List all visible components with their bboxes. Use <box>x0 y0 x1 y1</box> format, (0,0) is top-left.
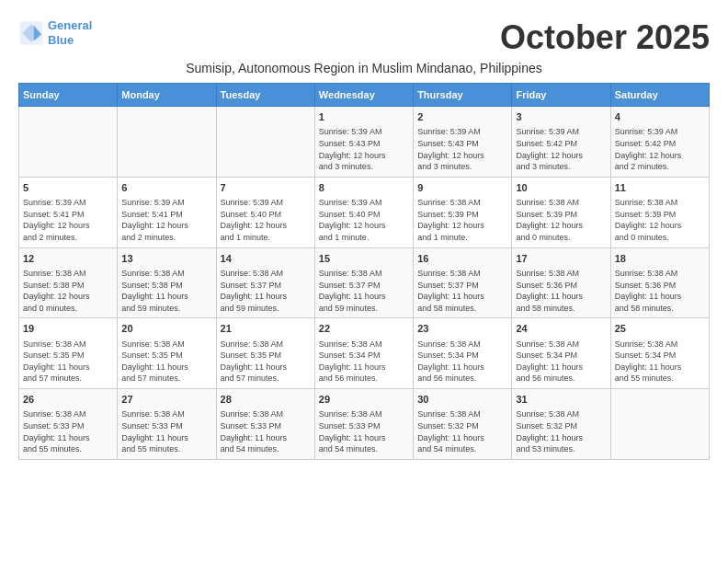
day-number: 2 <box>417 110 507 124</box>
calendar-cell: 23Sunrise: 5:38 AMSunset: 5:34 PMDayligh… <box>414 318 512 389</box>
calendar-cell: 6Sunrise: 5:39 AMSunset: 5:41 PMDaylight… <box>118 177 216 247</box>
subtitle: Sumisip, Autonomous Region in Muslim Min… <box>18 61 710 75</box>
logo-text: General Blue <box>48 18 92 47</box>
calendar-cell <box>610 389 709 460</box>
calendar-cell: 8Sunrise: 5:39 AMSunset: 5:40 PMDaylight… <box>314 177 413 247</box>
calendar-cell: 26Sunrise: 5:38 AMSunset: 5:33 PMDayligh… <box>19 389 118 460</box>
day-number: 31 <box>516 393 606 407</box>
calendar-cell: 3Sunrise: 5:39 AMSunset: 5:42 PMDaylight… <box>512 107 610 178</box>
day-number: 20 <box>121 322 211 336</box>
calendar-cell: 1Sunrise: 5:39 AMSunset: 5:43 PMDaylight… <box>314 107 413 178</box>
day-info: Sunrise: 5:38 AMSunset: 5:38 PMDaylight:… <box>121 268 211 314</box>
calendar-cell: 20Sunrise: 5:38 AMSunset: 5:35 PMDayligh… <box>118 318 216 389</box>
day-number: 25 <box>615 322 705 336</box>
day-number: 30 <box>417 393 507 407</box>
day-info: Sunrise: 5:38 AMSunset: 5:36 PMDaylight:… <box>516 268 606 314</box>
day-number: 22 <box>319 322 409 336</box>
day-number: 1 <box>319 110 409 124</box>
calendar-cell: 4Sunrise: 5:39 AMSunset: 5:42 PMDaylight… <box>610 107 709 178</box>
day-info: Sunrise: 5:38 AMSunset: 5:34 PMDaylight:… <box>417 339 507 385</box>
logo-icon <box>18 20 44 46</box>
day-number: 29 <box>319 393 409 407</box>
header-day-friday: Friday <box>512 84 610 107</box>
day-number: 18 <box>615 252 705 266</box>
day-info: Sunrise: 5:38 AMSunset: 5:37 PMDaylight:… <box>221 268 311 314</box>
day-info: Sunrise: 5:38 AMSunset: 5:35 PMDaylight:… <box>121 339 211 385</box>
calendar-cell: 31Sunrise: 5:38 AMSunset: 5:32 PMDayligh… <box>512 389 610 460</box>
day-number: 13 <box>121 252 211 266</box>
calendar-header: SundayMondayTuesdayWednesdayThursdayFrid… <box>19 84 710 107</box>
day-info: Sunrise: 5:39 AMSunset: 5:41 PMDaylight:… <box>121 197 211 243</box>
calendar-table: SundayMondayTuesdayWednesdayThursdayFrid… <box>18 83 710 460</box>
calendar-cell: 12Sunrise: 5:38 AMSunset: 5:38 PMDayligh… <box>19 247 118 318</box>
calendar-cell: 22Sunrise: 5:38 AMSunset: 5:34 PMDayligh… <box>314 318 413 389</box>
calendar-cell: 24Sunrise: 5:38 AMSunset: 5:34 PMDayligh… <box>512 318 610 389</box>
day-info: Sunrise: 5:39 AMSunset: 5:43 PMDaylight:… <box>319 126 409 172</box>
calendar-cell: 11Sunrise: 5:38 AMSunset: 5:39 PMDayligh… <box>610 177 709 247</box>
header-day-thursday: Thursday <box>414 84 512 107</box>
calendar-cell <box>19 107 118 178</box>
day-number: 17 <box>516 252 606 266</box>
day-number: 6 <box>121 181 211 195</box>
header-day-tuesday: Tuesday <box>216 84 314 107</box>
day-number: 16 <box>417 252 507 266</box>
day-info: Sunrise: 5:38 AMSunset: 5:36 PMDaylight:… <box>615 268 705 314</box>
week-row-5: 26Sunrise: 5:38 AMSunset: 5:33 PMDayligh… <box>19 389 710 460</box>
calendar-cell <box>118 107 216 178</box>
day-number: 14 <box>221 252 311 266</box>
day-info: Sunrise: 5:38 AMSunset: 5:39 PMDaylight:… <box>417 197 507 243</box>
logo: General Blue <box>18 18 92 47</box>
calendar-cell <box>216 107 314 178</box>
day-info: Sunrise: 5:39 AMSunset: 5:42 PMDaylight:… <box>516 126 606 172</box>
day-number: 26 <box>23 393 113 407</box>
day-number: 27 <box>121 393 211 407</box>
header-day-wednesday: Wednesday <box>314 84 413 107</box>
day-number: 7 <box>221 181 311 195</box>
day-number: 9 <box>417 181 507 195</box>
calendar-cell: 30Sunrise: 5:38 AMSunset: 5:32 PMDayligh… <box>414 389 512 460</box>
day-info: Sunrise: 5:38 AMSunset: 5:32 PMDaylight:… <box>417 408 507 454</box>
day-info: Sunrise: 5:38 AMSunset: 5:39 PMDaylight:… <box>516 197 606 243</box>
calendar-cell: 2Sunrise: 5:39 AMSunset: 5:43 PMDaylight… <box>414 107 512 178</box>
day-number: 8 <box>319 181 409 195</box>
day-info: Sunrise: 5:38 AMSunset: 5:34 PMDaylight:… <box>319 339 409 385</box>
week-row-3: 12Sunrise: 5:38 AMSunset: 5:38 PMDayligh… <box>19 247 710 318</box>
calendar-cell: 7Sunrise: 5:39 AMSunset: 5:40 PMDaylight… <box>216 177 314 247</box>
calendar-cell: 13Sunrise: 5:38 AMSunset: 5:38 PMDayligh… <box>118 247 216 318</box>
calendar-cell: 5Sunrise: 5:39 AMSunset: 5:41 PMDaylight… <box>19 177 118 247</box>
day-number: 10 <box>516 181 606 195</box>
day-info: Sunrise: 5:38 AMSunset: 5:34 PMDaylight:… <box>516 339 606 385</box>
day-number: 28 <box>221 393 311 407</box>
day-number: 12 <box>23 252 113 266</box>
calendar-cell: 10Sunrise: 5:38 AMSunset: 5:39 PMDayligh… <box>512 177 610 247</box>
week-row-4: 19Sunrise: 5:38 AMSunset: 5:35 PMDayligh… <box>19 318 710 389</box>
header-row: SundayMondayTuesdayWednesdayThursdayFrid… <box>19 84 710 107</box>
week-row-2: 5Sunrise: 5:39 AMSunset: 5:41 PMDaylight… <box>19 177 710 247</box>
calendar-cell: 29Sunrise: 5:38 AMSunset: 5:33 PMDayligh… <box>314 389 413 460</box>
day-info: Sunrise: 5:39 AMSunset: 5:43 PMDaylight:… <box>417 126 507 172</box>
day-info: Sunrise: 5:39 AMSunset: 5:40 PMDaylight:… <box>221 197 311 243</box>
calendar-body: 1Sunrise: 5:39 AMSunset: 5:43 PMDaylight… <box>19 107 710 460</box>
logo-line1: General <box>48 18 92 32</box>
day-info: Sunrise: 5:38 AMSunset: 5:33 PMDaylight:… <box>319 408 409 454</box>
day-info: Sunrise: 5:38 AMSunset: 5:37 PMDaylight:… <box>417 268 507 314</box>
calendar-cell: 14Sunrise: 5:38 AMSunset: 5:37 PMDayligh… <box>216 247 314 318</box>
day-info: Sunrise: 5:39 AMSunset: 5:42 PMDaylight:… <box>615 126 705 172</box>
calendar-cell: 18Sunrise: 5:38 AMSunset: 5:36 PMDayligh… <box>610 247 709 318</box>
day-info: Sunrise: 5:38 AMSunset: 5:37 PMDaylight:… <box>319 268 409 314</box>
day-info: Sunrise: 5:38 AMSunset: 5:35 PMDaylight:… <box>23 339 113 385</box>
calendar-cell: 25Sunrise: 5:38 AMSunset: 5:34 PMDayligh… <box>610 318 709 389</box>
day-info: Sunrise: 5:38 AMSunset: 5:34 PMDaylight:… <box>615 339 705 385</box>
day-info: Sunrise: 5:38 AMSunset: 5:33 PMDaylight:… <box>221 408 311 454</box>
calendar-cell: 21Sunrise: 5:38 AMSunset: 5:35 PMDayligh… <box>216 318 314 389</box>
calendar-cell: 27Sunrise: 5:38 AMSunset: 5:33 PMDayligh… <box>118 389 216 460</box>
day-info: Sunrise: 5:38 AMSunset: 5:35 PMDaylight:… <box>221 339 311 385</box>
day-number: 23 <box>417 322 507 336</box>
week-row-1: 1Sunrise: 5:39 AMSunset: 5:43 PMDaylight… <box>19 107 710 178</box>
calendar-cell: 19Sunrise: 5:38 AMSunset: 5:35 PMDayligh… <box>19 318 118 389</box>
day-info: Sunrise: 5:38 AMSunset: 5:33 PMDaylight:… <box>121 408 211 454</box>
day-info: Sunrise: 5:38 AMSunset: 5:33 PMDaylight:… <box>23 408 113 454</box>
month-title: October 2025 <box>500 18 710 57</box>
day-info: Sunrise: 5:38 AMSunset: 5:38 PMDaylight:… <box>23 268 113 314</box>
day-number: 5 <box>23 181 113 195</box>
